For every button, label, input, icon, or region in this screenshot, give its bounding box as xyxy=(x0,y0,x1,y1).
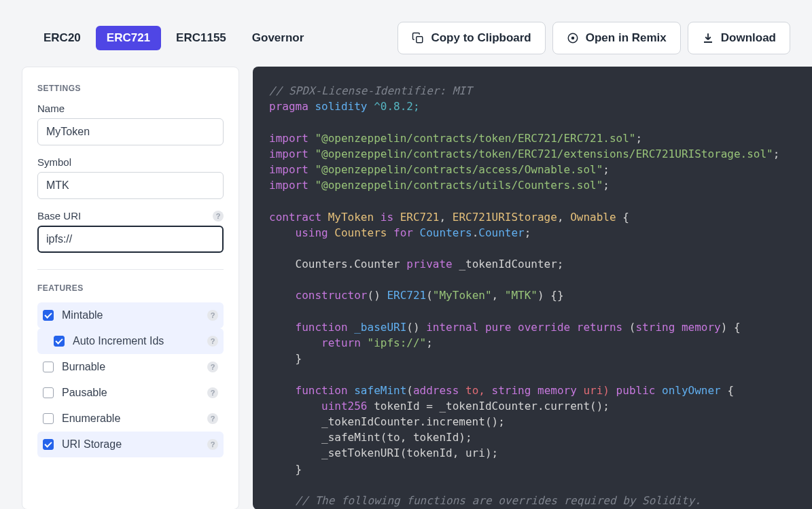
settings-title: SETTINGS xyxy=(37,84,224,93)
contract-type-tabs: ERC20 ERC721 ERC1155 Governor xyxy=(33,26,315,50)
copy-label: Copy to Clipboard xyxy=(431,31,531,45)
tab-governor[interactable]: Governor xyxy=(241,26,315,50)
copy-icon xyxy=(412,32,424,44)
name-input[interactable] xyxy=(37,118,224,145)
checkbox-autoincrement[interactable] xyxy=(54,336,65,347)
checkbox-uristorage[interactable] xyxy=(43,439,54,450)
download-icon xyxy=(702,32,714,44)
settings-sidebar: SETTINGS Name Symbol Base URI ? FEATURES… xyxy=(22,67,239,509)
help-icon[interactable]: ? xyxy=(207,413,218,424)
remix-icon xyxy=(567,32,579,44)
download-button[interactable]: Download xyxy=(688,22,790,54)
checkbox-mintable[interactable] xyxy=(43,310,54,321)
svg-point-2 xyxy=(571,37,575,40)
help-icon[interactable]: ? xyxy=(213,211,224,222)
download-label: Download xyxy=(721,31,776,45)
symbol-input[interactable] xyxy=(37,172,224,199)
checkbox-pausable[interactable] xyxy=(43,387,54,398)
copy-button[interactable]: Copy to Clipboard xyxy=(398,22,545,54)
action-buttons: Copy to Clipboard Open in Remix Download xyxy=(398,22,790,54)
remix-button[interactable]: Open in Remix xyxy=(552,22,681,54)
feature-mintable[interactable]: Mintable ? xyxy=(37,302,224,328)
name-label: Name xyxy=(37,103,224,114)
help-icon[interactable]: ? xyxy=(207,362,218,372)
baseuri-label: Base URI ? xyxy=(37,210,224,222)
features-title: FEATURES xyxy=(37,283,224,293)
help-icon[interactable]: ? xyxy=(207,336,218,347)
symbol-label: Symbol xyxy=(37,156,224,168)
remix-label: Open in Remix xyxy=(586,31,667,45)
tab-erc721[interactable]: ERC721 xyxy=(96,26,161,50)
code-preview: // SPDX-License-Identifier: MIT pragma s… xyxy=(253,67,812,509)
help-icon[interactable]: ? xyxy=(207,387,218,398)
checkbox-burnable[interactable] xyxy=(43,362,54,372)
divider xyxy=(37,269,224,270)
tab-erc20[interactable]: ERC20 xyxy=(33,26,92,50)
tab-erc1155[interactable]: ERC1155 xyxy=(165,26,237,50)
checkbox-enumerable[interactable] xyxy=(43,413,54,424)
feature-burnable[interactable]: Burnable ? xyxy=(37,354,224,380)
svg-rect-0 xyxy=(417,37,423,43)
help-icon[interactable]: ? xyxy=(207,310,218,321)
baseuri-input[interactable] xyxy=(37,226,224,253)
feature-pausable[interactable]: Pausable ? xyxy=(37,380,224,406)
feature-autoincrement[interactable]: Auto Increment Ids ? xyxy=(37,328,224,354)
feature-enumerable[interactable]: Enumerable ? xyxy=(37,406,224,432)
feature-uristorage[interactable]: URI Storage ? xyxy=(37,432,224,457)
help-icon[interactable]: ? xyxy=(207,439,218,450)
